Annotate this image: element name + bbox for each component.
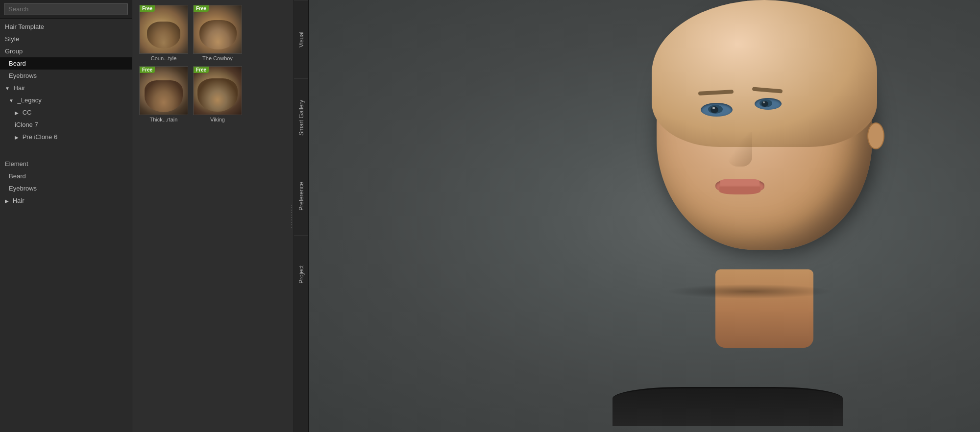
character-container bbox=[598, 0, 941, 431]
clothing bbox=[612, 387, 843, 426]
tab-project-label: Project bbox=[298, 265, 305, 284]
element-hair-arrow-icon: ▶ bbox=[5, 198, 9, 204]
viking-free-badge: Free bbox=[194, 67, 209, 73]
sidebar-item-hair[interactable]: ▼ Hair bbox=[0, 82, 132, 94]
eyebrows-label: Eyebrows bbox=[9, 72, 37, 79]
nose bbox=[728, 132, 752, 167]
sidebar-item-cc[interactable]: ▶ CC bbox=[0, 106, 132, 119]
viking-image bbox=[194, 67, 242, 115]
resize-dot bbox=[291, 217, 292, 218]
tab-preference[interactable]: Preference bbox=[294, 157, 308, 235]
character-head bbox=[637, 5, 892, 309]
eye-right bbox=[755, 98, 782, 110]
tab-visual[interactable]: Visual bbox=[294, 0, 308, 78]
sidebar-item-pre-iclone6[interactable]: ▶ Pre iClone 6 bbox=[0, 131, 132, 143]
sidebar-item-element-eyebrows[interactable]: Eyebrows bbox=[0, 182, 132, 194]
coun-style-label: Coun...tyle bbox=[139, 55, 188, 61]
left-sidebar: Hair Template Style Group Beard Eyebrows… bbox=[0, 0, 132, 432]
sidebar-item-iclone7[interactable]: iClone 7 bbox=[0, 119, 132, 131]
tab-visual-label: Visual bbox=[298, 31, 305, 47]
eye-left bbox=[701, 103, 733, 117]
the-cowboy-label: The Cowboy bbox=[193, 55, 242, 61]
head-top bbox=[652, 0, 877, 147]
content-panel: Free Coun...tyle Free The Cowboy bbox=[132, 0, 294, 432]
resize-dot bbox=[291, 224, 292, 225]
resize-dot bbox=[291, 215, 292, 216]
hair-label: Hair bbox=[14, 84, 25, 92]
asset-thick-rtain[interactable]: Free Thick...rtain bbox=[139, 66, 188, 122]
resize-handle[interactable] bbox=[290, 0, 294, 432]
chin-shadow bbox=[666, 284, 833, 299]
element-beard-label: Beard bbox=[9, 172, 26, 180]
element-hair-label: Hair bbox=[13, 197, 24, 204]
search-bar bbox=[0, 0, 132, 19]
iclone7-label: iClone 7 bbox=[15, 121, 38, 128]
the-cowboy-free-badge: Free bbox=[194, 5, 209, 12]
resize-dot bbox=[291, 210, 292, 211]
hair-template-label: Hair Template bbox=[5, 23, 44, 30]
thick-rtain-image bbox=[140, 67, 188, 115]
legacy-label: _Legacy bbox=[18, 96, 42, 104]
neck bbox=[715, 269, 813, 348]
resize-dot bbox=[291, 227, 292, 228]
sidebar-item-group[interactable]: Group bbox=[0, 45, 132, 57]
sidebar-item-element-hair[interactable]: ▶ Hair bbox=[0, 194, 132, 207]
resize-dot bbox=[291, 212, 292, 213]
asset-grid: Free Coun...tyle Free The Cowboy bbox=[139, 5, 289, 122]
asset-the-cowboy-thumb: Free bbox=[193, 5, 242, 54]
tab-smart-gallery[interactable]: Smart Gallery bbox=[294, 78, 308, 157]
tab-project[interactable]: Project bbox=[294, 235, 308, 313]
ear-right bbox=[867, 122, 884, 149]
asset-the-cowboy[interactable]: Free The Cowboy bbox=[193, 5, 242, 61]
sidebar-item-element-beard[interactable]: Beard bbox=[0, 170, 132, 182]
style-label: Style bbox=[5, 35, 19, 43]
element-label: Element bbox=[5, 160, 28, 168]
lips bbox=[715, 179, 764, 194]
sidebar-item-style[interactable]: Style bbox=[0, 33, 132, 45]
tab-smart-gallery-label: Smart Gallery bbox=[298, 100, 305, 136]
resize-dot bbox=[291, 222, 292, 223]
asset-viking[interactable]: Free Viking bbox=[193, 66, 242, 122]
tab-preference-label: Preference bbox=[298, 182, 305, 211]
pre-iclone6-arrow-icon: ▶ bbox=[15, 135, 19, 140]
sidebar-item-legacy[interactable]: ▼ _Legacy bbox=[0, 94, 132, 106]
thick-rtain-free-badge: Free bbox=[140, 67, 155, 73]
beard-label: Beard bbox=[9, 60, 26, 67]
legacy-arrow-icon: ▼ bbox=[9, 98, 14, 103]
sidebar-item-hair-template[interactable]: Hair Template bbox=[0, 21, 132, 33]
group-label: Group bbox=[5, 48, 23, 55]
cc-label: CC bbox=[23, 109, 32, 116]
tree-navigation: Hair Template Style Group Beard Eyebrows… bbox=[0, 19, 132, 432]
coun-style-image bbox=[140, 5, 188, 53]
thick-rtain-label: Thick...rtain bbox=[139, 117, 188, 122]
asset-viking-thumb: Free bbox=[193, 66, 242, 115]
sidebar-item-beard[interactable]: Beard bbox=[0, 57, 132, 70]
3d-viewport bbox=[309, 0, 980, 432]
resize-dot bbox=[291, 205, 292, 206]
sidebar-item-eyebrows[interactable]: Eyebrows bbox=[0, 70, 132, 82]
search-input[interactable] bbox=[4, 3, 128, 15]
element-eyebrows-label: Eyebrows bbox=[9, 185, 37, 192]
resize-dot bbox=[291, 219, 292, 220]
cc-arrow-icon: ▶ bbox=[15, 110, 19, 116]
viking-label: Viking bbox=[193, 117, 242, 122]
asset-coun-style[interactable]: Free Coun...tyle bbox=[139, 5, 188, 61]
hair-arrow-icon: ▼ bbox=[5, 86, 10, 91]
right-tabs-panel: Visual Smart Gallery Preference Project bbox=[294, 0, 309, 432]
content-scroll: Free Coun...tyle Free The Cowboy bbox=[132, 0, 294, 432]
sidebar-section-element: Element bbox=[0, 158, 132, 170]
asset-thick-rtain-thumb: Free bbox=[139, 66, 188, 115]
asset-coun-style-thumb: Free bbox=[139, 5, 188, 54]
coun-style-free-badge: Free bbox=[140, 5, 155, 12]
the-cowboy-image bbox=[194, 5, 242, 53]
pre-iclone6-label: Pre iClone 6 bbox=[23, 133, 58, 141]
resize-dot bbox=[291, 207, 292, 208]
